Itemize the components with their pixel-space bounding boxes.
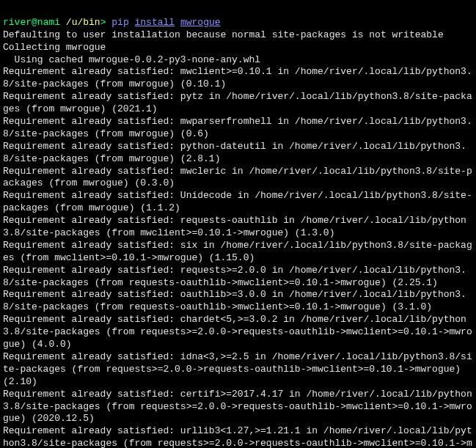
shell-prompt: river@nami /u/bin>	[3, 17, 106, 28]
prompt-host: nami	[37, 17, 60, 28]
output-line: Requirement already satisfied: certifi>=…	[3, 389, 472, 425]
prompt-user: river	[3, 17, 32, 28]
command-pip: pip	[111, 17, 128, 28]
output-line: Collecting mwrogue	[3, 42, 106, 53]
prompt-gt: >	[100, 17, 106, 28]
command-package: mwrogue	[180, 17, 221, 28]
terminal-window[interactable]: river@nami /u/bin> pip install mwrogue D…	[0, 0, 476, 448]
output-line: Requirement already satisfied: mwparserf…	[3, 116, 472, 139]
prompt-path: /u/bin	[66, 17, 100, 28]
output-line: Requirement already satisfied: pytz in /…	[3, 91, 472, 114]
output-line: Requirement already satisfied: mwcleric …	[3, 166, 472, 189]
output-line: Requirement already satisfied: oauthlib>…	[3, 289, 466, 312]
output-line: Requirement already satisfied: requests-…	[3, 215, 466, 238]
output-line: Requirement already satisfied: requests>…	[3, 265, 466, 288]
output-line: Requirement already satisfied: mwclient>…	[3, 66, 472, 89]
output-line: Requirement already satisfied: python-da…	[3, 141, 466, 164]
output-line: Defaulting to user installation because …	[3, 29, 444, 40]
output-line: Requirement already satisfied: Unidecode…	[3, 190, 472, 213]
output-line: Requirement already satisfied: six in /h…	[3, 240, 472, 263]
output-line: Using cached mwrogue-0.0.2-py3-none-any.…	[3, 54, 260, 65]
output-line: Requirement already satisfied: chardet<5…	[3, 314, 472, 350]
output-line: Requirement already satisfied: idna<3,>=…	[3, 351, 472, 387]
command-install: install	[135, 17, 175, 28]
output-line: Requirement already satisfied: urllib3<1…	[3, 425, 472, 448]
